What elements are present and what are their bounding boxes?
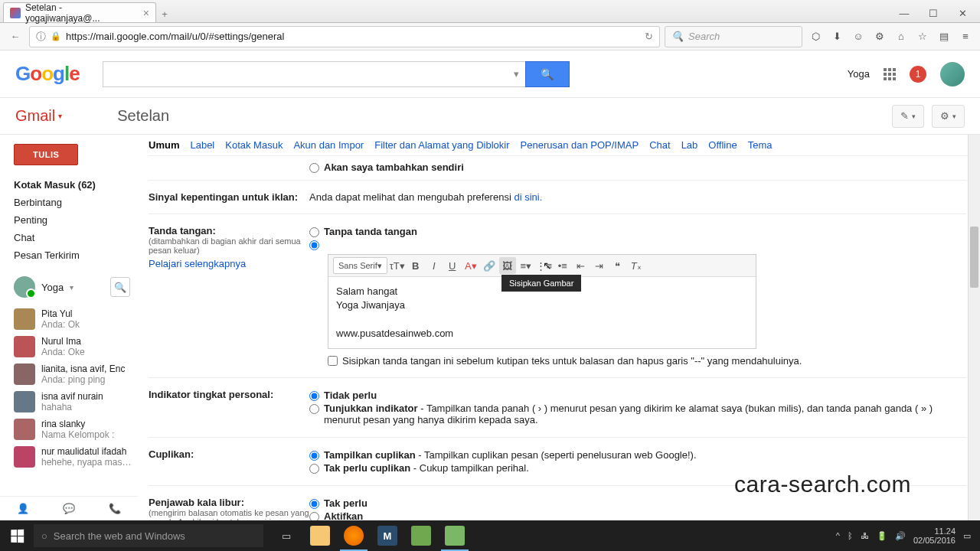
align-button[interactable]: ≡▾	[518, 257, 534, 274]
settings-tab[interactable]: Label	[190, 139, 214, 151]
app-m-icon[interactable]: M	[371, 520, 404, 551]
personal-show-radio[interactable]	[309, 404, 319, 414]
app-icon-2[interactable]	[438, 520, 472, 551]
contact-item[interactable]: lianita, isna avif, EncAnda: ping ping	[14, 360, 138, 388]
hello-icon[interactable]: ☺	[850, 28, 867, 45]
snippet-hide-radio[interactable]	[309, 464, 319, 474]
hangouts-chats-icon[interactable]: 💬	[63, 503, 75, 514]
sidebar-item-starred[interactable]: Berbintang	[14, 194, 138, 211]
italic-button[interactable]: I	[426, 257, 443, 274]
notifications-icon[interactable]: ▭	[963, 531, 971, 541]
settings-tab[interactable]: Penerusan dan POP/IMAP	[521, 139, 639, 151]
close-tab-icon[interactable]: ×	[143, 7, 149, 19]
back-button[interactable]: ←	[6, 28, 24, 46]
vacation-off-radio[interactable]	[309, 499, 319, 509]
personal-none-radio[interactable]	[309, 391, 319, 401]
contact-item[interactable]: nur maulidatul ifadahhehehe, nyapa mas y…	[14, 443, 138, 471]
browser-tab[interactable]: Setelan - yogajiwanjaya@... ×	[3, 2, 156, 22]
sidebar-item-sent[interactable]: Pesan Terkirim	[14, 246, 138, 264]
ad-prefs-link[interactable]: di sini.	[514, 191, 542, 203]
bold-button[interactable]: B	[407, 257, 424, 274]
self-avatar[interactable]	[14, 276, 35, 298]
close-window-icon[interactable]: ✕	[952, 8, 972, 19]
user-name[interactable]: Yoga	[848, 68, 870, 80]
font-family-dropdown[interactable]: Sans Serif ▾	[333, 257, 387, 274]
use-signature-radio[interactable]	[309, 240, 319, 250]
sidebar-item-important[interactable]: Penting	[14, 211, 138, 229]
insert-image-button[interactable]: 🖼	[499, 257, 516, 274]
indent-more-button[interactable]: ⇥	[591, 257, 608, 274]
insert-before-checkbox[interactable]	[328, 356, 338, 366]
settings-tab[interactable]: Kotak Masuk	[225, 139, 283, 151]
sidebar-item-inbox[interactable]: Kotak Masuk (62)	[14, 176, 138, 194]
search-options-dropdown[interactable]: ▾	[508, 61, 525, 87]
clock[interactable]: 11.2402/05/2016	[913, 527, 956, 545]
status-dropdown-icon[interactable]: ▾	[70, 283, 74, 292]
hangouts-search-icon[interactable]: 🔍	[110, 277, 130, 297]
edit-button[interactable]: ✎ ▾	[892, 105, 924, 128]
maximize-icon[interactable]: ☐	[923, 8, 943, 19]
tray-up-icon[interactable]: ^	[836, 531, 840, 540]
addon-icon[interactable]: ⚙	[871, 28, 888, 45]
tray-battery-icon[interactable]: 🔋	[877, 531, 887, 541]
link-button[interactable]: 🔗	[481, 257, 498, 274]
contact-item[interactable]: isna avif nurainhahaha	[14, 388, 138, 416]
bullet-list-button[interactable]: •≡	[554, 257, 571, 274]
library-icon[interactable]: ▤	[936, 28, 952, 45]
task-view-icon[interactable]: ▭	[270, 520, 303, 551]
hangouts-contacts-icon[interactable]: 👤	[17, 503, 29, 514]
remove-format-button[interactable]: Tₓ	[628, 257, 645, 274]
gmail-dropdown[interactable]: Gmail▾	[15, 107, 62, 125]
sidebar-item-chat[interactable]: Chat	[14, 229, 138, 246]
contact-item[interactable]: Pita YulAnda: Ok	[14, 305, 138, 333]
reload-icon[interactable]: ↻	[645, 31, 653, 42]
apps-icon[interactable]	[884, 68, 896, 80]
quote-button[interactable]: ❝	[609, 257, 626, 274]
add-self-radio[interactable]	[309, 163, 319, 173]
tray-volume-icon[interactable]: 🔊	[895, 531, 906, 541]
home-icon[interactable]: ⌂	[893, 28, 910, 45]
settings-tab[interactable]: Offline	[708, 139, 737, 151]
contact-item[interactable]: rina slankyNama Kelompok :	[14, 416, 138, 443]
settings-tab[interactable]: Filter dan Alamat yang Diblokir	[374, 139, 509, 151]
learn-more-link[interactable]: Pelajari selengkapnya	[149, 258, 309, 269]
url-input[interactable]: ⓘ 🔒 https://mail.google.com/mail/u/0/#se…	[29, 26, 660, 47]
downloads-icon[interactable]: ⬇	[828, 28, 845, 45]
google-logo[interactable]: Google	[15, 62, 80, 86]
scrollbar[interactable]	[968, 135, 980, 520]
menu-icon[interactable]: ≡	[957, 28, 974, 45]
self-name[interactable]: Yoga	[41, 282, 64, 293]
settings-tab[interactable]: Umum	[149, 139, 179, 151]
compose-button[interactable]: TULIS	[14, 144, 78, 165]
indent-less-button[interactable]: ⇤	[573, 257, 590, 274]
settings-gear-button[interactable]: ⚙ ▾	[932, 105, 965, 128]
vacation-on-radio[interactable]	[309, 512, 319, 520]
camtasia-icon[interactable]	[404, 520, 438, 551]
no-signature-radio[interactable]	[309, 227, 319, 237]
taskbar-search[interactable]: ○ Search the web and Windows	[34, 524, 263, 547]
tray-bluetooth-icon[interactable]: ᛒ	[848, 531, 853, 540]
new-tab-button[interactable]: +	[156, 5, 173, 22]
firefox-search[interactable]: 🔍 Search	[665, 26, 802, 47]
pocket-icon[interactable]: ⬡	[807, 28, 824, 45]
text-color-button[interactable]: A▾	[462, 257, 479, 274]
font-size-dropdown[interactable]: τT▾	[389, 257, 406, 274]
contact-item[interactable]: Nurul ImaAnda: Oke	[14, 333, 138, 360]
gmail-search-input[interactable]	[103, 61, 508, 87]
bookmark-icon[interactable]: ☆	[914, 28, 931, 45]
underline-button[interactable]: U	[444, 257, 461, 274]
notifications-badge[interactable]: 1	[910, 66, 926, 83]
settings-tab[interactable]: Akun dan Impor	[293, 139, 364, 151]
file-explorer-icon[interactable]	[303, 520, 337, 551]
minimize-icon[interactable]: —	[894, 8, 914, 19]
hangouts-phone-icon[interactable]: 📞	[109, 503, 121, 514]
firefox-icon[interactable]	[337, 520, 371, 551]
settings-tab[interactable]: Chat	[649, 139, 670, 151]
settings-tab[interactable]: Lab	[681, 139, 698, 151]
snippet-show-radio[interactable]	[309, 451, 319, 461]
start-button[interactable]	[0, 520, 34, 551]
settings-tab[interactable]: Tema	[748, 139, 773, 151]
avatar[interactable]	[940, 62, 965, 86]
gmail-search-button[interactable]: 🔍	[525, 61, 570, 87]
gmail-search[interactable]: ▾ 🔍	[103, 61, 570, 87]
